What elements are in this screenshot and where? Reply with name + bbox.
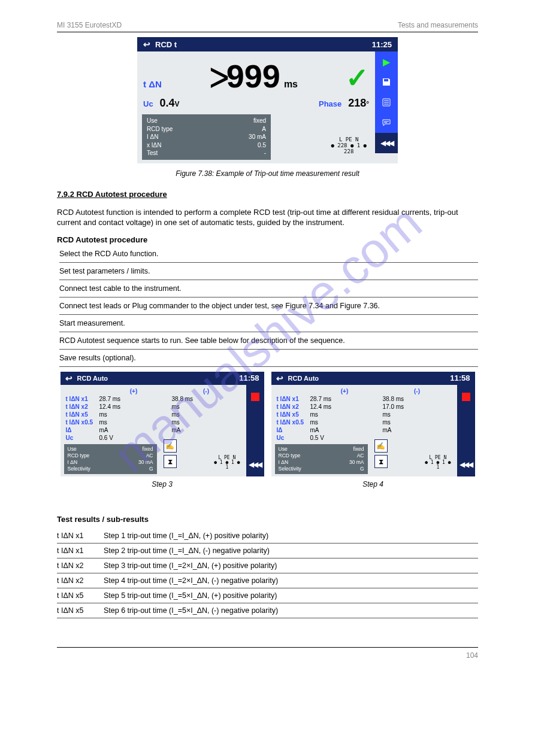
back-icon[interactable]: ↩ xyxy=(65,374,72,383)
save-button[interactable] xyxy=(375,72,398,92)
procedure-steps: Select the RCD Auto function. Set test p… xyxy=(59,245,478,367)
result-row: t IΔN x5Step 6 trip-out time (I_=5×I_ΔN,… xyxy=(57,603,478,618)
collapse-button[interactable]: ◀◀◀ xyxy=(375,133,398,153)
device-screenshot-auto-step3: ↩ RCD Auto 11:58 (+)(-) t IΔN x128.7 ms3… xyxy=(61,372,264,476)
step-item: Connect test leads or Plug commander to … xyxy=(59,297,478,315)
result-row: t IΔN x1Step 1 trip-out time (I_=I_ΔN, (… xyxy=(57,529,478,544)
screen-title: RCD t xyxy=(155,40,177,49)
list-button[interactable] xyxy=(375,92,398,113)
device-screenshot-auto-step4: ↩ RCD Auto 11:58 (+)(-) t IΔN x128.7 ms3… xyxy=(271,372,475,476)
figure-caption-step3: Step 3 xyxy=(61,480,264,488)
hourglass-icon: ⧗ xyxy=(374,455,388,468)
comment-button[interactable] xyxy=(375,113,398,133)
connection-diagram: L PE N ● 1 ● 1 ● 1 xyxy=(214,456,240,470)
clock: 11:58 xyxy=(239,374,259,382)
sidebar: ▶ ◀◀◀ xyxy=(375,51,398,163)
uc-label: Uc xyxy=(143,99,153,108)
screen-title: RCD Auto xyxy=(288,375,319,382)
back-icon[interactable]: ↩ xyxy=(143,40,150,49)
params-panel: Usefixed RCD typeAC I ΔN30 mA Selectivit… xyxy=(64,444,157,474)
pass-check-icon: ✓ xyxy=(346,64,369,92)
play-button[interactable]: ▶ xyxy=(375,51,398,72)
results-title: Test results / sub-results xyxy=(57,515,478,524)
header-right: Tests and measurements xyxy=(398,21,478,29)
meter-icon: ✍ xyxy=(374,439,388,453)
step-item: Set test parameters / limits. xyxy=(59,263,478,280)
section-intro: RCD Autotest function is intended to per… xyxy=(57,207,478,228)
connection-diagram: L PE N ● 1 ● 1 ● 1 xyxy=(425,456,451,470)
collapse-button[interactable]: ◀◀◀ xyxy=(457,453,475,476)
step-item: Start measurement. xyxy=(59,315,478,332)
stop-button[interactable] xyxy=(246,385,264,409)
back-icon[interactable]: ↩ xyxy=(276,374,283,383)
step-item: RCD Autotest sequence starts to run. See… xyxy=(59,332,478,350)
page-header: MI 3155 EurotestXD Tests and measurement… xyxy=(57,21,478,32)
clock: 11:25 xyxy=(372,40,392,49)
figure-caption-step4: Step 4 xyxy=(271,480,475,488)
meter-icon: ✍ xyxy=(164,439,177,453)
params-panel: Usefixed RCD typeAC I ΔN30 mA Selectivit… xyxy=(275,444,368,474)
collapse-button[interactable]: ◀◀◀ xyxy=(246,453,264,476)
result-row: t IΔN x2Step 4 trip-out time (I_=2×I_ΔN,… xyxy=(57,573,478,588)
uc-value: 0.4V xyxy=(159,97,179,109)
phase-label: Phase xyxy=(319,99,341,108)
params-panel: Usefixed RCD typeA I ΔN30 mA x IΔN0.5 Te… xyxy=(142,114,271,160)
result-row: t IΔN x1Step 2 trip-out time (I_=I_ΔN, (… xyxy=(57,544,478,558)
stop-button[interactable] xyxy=(457,385,475,409)
steps-title: RCD Autotest procedure xyxy=(57,235,478,244)
step-item: Select the RCD Auto function. xyxy=(59,245,478,263)
figure-caption-1: Figure 7.38: Example of Trip-out time me… xyxy=(57,169,478,178)
clock: 11:58 xyxy=(450,374,470,382)
header-left: MI 3155 EurotestXD xyxy=(57,21,122,29)
t-delta-n-label: t ΔN xyxy=(143,79,162,89)
step-item: Connect test cable to the instrument. xyxy=(59,280,478,297)
phase-value: 218° xyxy=(348,97,369,109)
connection-diagram: L PE N ● 228 ● 1 ● 228 xyxy=(331,137,367,155)
device-screenshot-rcdt: ↩ RCD t 11:25 t ΔN ᐳ 999 ms ✓ xyxy=(137,37,398,163)
screen-title: RCD Auto xyxy=(77,375,108,382)
hourglass-icon: ⧗ xyxy=(164,455,177,468)
section-heading: 7.9.2 RCD Autotest procedure xyxy=(57,190,478,199)
result-row: t IΔN x2Step 3 trip-out time (I_=2×I_ΔN,… xyxy=(57,558,478,573)
page-footer: 104 xyxy=(57,647,478,660)
result-row: t IΔN x5Step 5 trip-out time (I_=5×I_ΔN,… xyxy=(57,588,478,603)
main-reading: ᐳ 999 ms xyxy=(210,57,298,95)
step-item: Save results (optional). xyxy=(59,350,478,367)
